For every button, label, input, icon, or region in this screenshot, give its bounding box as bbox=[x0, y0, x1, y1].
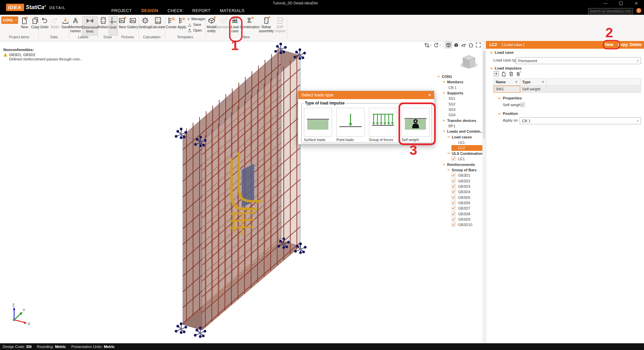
maximize-button[interactable] bbox=[613, 0, 629, 7]
menu-tab-check[interactable]: CHECK bbox=[163, 7, 187, 15]
ribbon-new-button[interactable]: New bbox=[19, 16, 30, 35]
tree-item-le1[interactable]: LE1 bbox=[433, 140, 482, 145]
properties-new-button[interactable]: New bbox=[605, 42, 613, 47]
ribbon-grid-button[interactable]: Grid bbox=[109, 16, 117, 36]
ribbon-new-button[interactable]: New bbox=[118, 16, 127, 35]
tree-item-gb3d10[interactable]: GB3D10 bbox=[433, 222, 482, 227]
impulse-duplicate-button[interactable] bbox=[501, 71, 507, 78]
impulse-name-cell[interactable]: SW1 bbox=[494, 86, 520, 93]
tree-item-transfer-devices[interactable]: Transfer devices bbox=[433, 118, 482, 123]
tree-item-gb3d7[interactable]: GB3D7 bbox=[433, 206, 482, 211]
ribbon-create-button[interactable]: Create bbox=[166, 16, 176, 35]
chevron-down-icon[interactable] bbox=[498, 97, 501, 100]
filter-icon[interactable] bbox=[541, 81, 544, 84]
tree-item-load-cases[interactable]: Load cases bbox=[433, 134, 482, 140]
tree-scrollbar-thumb[interactable] bbox=[483, 51, 485, 138]
model-viewport[interactable]: ZYX Nonconformities: GB3D1, GB3D2 Define… bbox=[0, 41, 485, 343]
table-row[interactable]: SW1Self weight bbox=[494, 86, 641, 93]
menu-tab-materials[interactable]: MATERIALS bbox=[215, 7, 250, 15]
apply-on-select[interactable]: CB 1˅ bbox=[520, 117, 641, 124]
checkbox-checked-icon[interactable] bbox=[451, 195, 456, 200]
tree-item-uls-combinations[interactable]: ULS Combinations bbox=[433, 151, 482, 156]
checkbox-checked-icon[interactable] bbox=[451, 179, 456, 183]
tree-item-reinforcements[interactable]: Reinforcements bbox=[433, 162, 482, 167]
load-case-type-select[interactable]: Permanent˅ bbox=[516, 57, 641, 64]
ribbon-rebar-assembly-button[interactable]: Rebar assembly bbox=[259, 16, 274, 35]
load-type-point-loads[interactable]: Point loads bbox=[336, 108, 365, 142]
filter-icon[interactable] bbox=[515, 81, 518, 84]
home-icon[interactable] bbox=[468, 42, 474, 48]
tree-item-con1[interactable]: CON1 bbox=[433, 74, 482, 79]
wire-cube-icon[interactable] bbox=[445, 42, 452, 48]
ribbon-rebars-button[interactable]: Rebars bbox=[98, 16, 108, 35]
clip-icon[interactable] bbox=[460, 42, 467, 48]
tree-item-gb3d3[interactable]: GB3D3 bbox=[433, 184, 482, 189]
ribbon-calculate-button[interactable]: Calculate bbox=[151, 16, 164, 35]
impulse-type-cell[interactable]: Self weight bbox=[520, 86, 547, 93]
ribbon-combination-button[interactable]: ΣCombination bbox=[241, 16, 259, 35]
tree-item-gb3d9[interactable]: GB3D9 bbox=[433, 217, 482, 222]
section-properties[interactable]: Properties bbox=[503, 96, 522, 100]
tree-item-gb3d6[interactable]: GB3D6 bbox=[433, 200, 482, 206]
ribbon-dimension-lines-button[interactable]: Dimension lines bbox=[82, 16, 98, 36]
checkbox-checked-icon[interactable] bbox=[451, 222, 456, 227]
load-type-group-of-forces[interactable]: Group of forces bbox=[369, 108, 397, 142]
chevron-down-icon[interactable] bbox=[490, 51, 493, 54]
tree-item-ss2[interactable]: SS2 bbox=[433, 101, 482, 107]
ribbon-operations-button[interactable]: Operations bbox=[218, 16, 229, 35]
rotate-icon[interactable] bbox=[433, 42, 439, 48]
tree-item-lc2[interactable]: LC2 bbox=[433, 145, 482, 150]
info-button[interactable]: i bbox=[636, 8, 641, 13]
chevron-down-icon[interactable]: ˅ bbox=[430, 44, 432, 47]
ribbon-dxf-import-button[interactable]: DXFDXF Import bbox=[274, 16, 286, 35]
tree-item-gb3d8[interactable]: GB3D8 bbox=[433, 211, 482, 217]
checkbox-checked-icon[interactable] bbox=[451, 201, 456, 205]
tree-item-bp1[interactable]: BP1 bbox=[433, 123, 482, 129]
section-load-case[interactable]: Load case bbox=[495, 50, 514, 54]
tree-item-ss4[interactable]: SS4 bbox=[433, 112, 482, 118]
load-type-surface-loads[interactable]: Surface loads bbox=[304, 108, 332, 142]
properties-delete-button[interactable]: Delete bbox=[630, 42, 642, 47]
checkbox-checked-icon[interactable] bbox=[451, 217, 456, 221]
minimize-button[interactable]: — bbox=[598, 0, 613, 7]
section-position[interactable]: Position bbox=[503, 112, 518, 116]
solid-cube-icon[interactable] bbox=[453, 42, 460, 48]
checkbox-checked-icon[interactable] bbox=[451, 184, 456, 188]
tree-item-group-of-bars[interactable]: Group of Bars bbox=[433, 167, 482, 173]
impulse-delete-button[interactable] bbox=[508, 71, 514, 78]
tree-item-ss3[interactable]: SS3 bbox=[433, 107, 482, 112]
tree-item-supports[interactable]: Supports bbox=[433, 90, 482, 96]
checkbox-checked-icon[interactable] bbox=[451, 173, 456, 177]
ribbon-save-button[interactable]: Save bbox=[187, 22, 205, 27]
tree-item-gb3d1[interactable]: GB3D1 bbox=[433, 173, 482, 178]
tree-item-loads-and-combin[interactable]: Loads and Combin... bbox=[433, 129, 482, 134]
impulse-delete-all-button[interactable] bbox=[516, 71, 522, 78]
search-input[interactable] bbox=[588, 9, 636, 13]
load-type-self-weight[interactable]: Self weight bbox=[401, 108, 430, 142]
checkbox-checked-icon[interactable] bbox=[451, 212, 456, 216]
checkbox-checked-icon[interactable] bbox=[451, 157, 456, 161]
close-icon[interactable]: ✕ bbox=[428, 93, 431, 97]
column-header-type[interactable]: Type bbox=[520, 79, 547, 86]
menu-tab-project[interactable]: PROJECT bbox=[107, 7, 137, 15]
chevron-down-icon[interactable]: ˅ bbox=[439, 44, 441, 47]
column-header-name[interactable]: Name bbox=[494, 79, 520, 86]
close-button[interactable]: ✕ bbox=[629, 0, 644, 7]
tree-item-le1[interactable]: LE1 bbox=[433, 156, 482, 162]
ribbon-apply-button[interactable]: Apply bbox=[177, 16, 187, 35]
tree-item-members[interactable]: Members bbox=[433, 79, 482, 85]
self-weight-checkbox[interactable] bbox=[520, 102, 525, 107]
impulse-add-button[interactable] bbox=[493, 71, 499, 78]
ribbon-redo-button[interactable]: Redo bbox=[50, 16, 60, 35]
chevron-down-icon[interactable] bbox=[498, 112, 501, 116]
ribbon-load-case-button[interactable]: Load case bbox=[229, 16, 240, 35]
tree-item-gb3d2[interactable]: GB3D2 bbox=[433, 178, 482, 184]
chevron-down-icon[interactable] bbox=[490, 67, 493, 70]
tree-item-cb-1[interactable]: CB 1 bbox=[433, 85, 482, 90]
crop-icon[interactable] bbox=[423, 42, 430, 48]
search-box[interactable] bbox=[588, 8, 633, 14]
menu-tab-report[interactable]: REPORT bbox=[187, 7, 215, 15]
ribbon-undo-button[interactable]: Undo bbox=[39, 16, 50, 35]
ribbon-gallery-button[interactable]: Gallery bbox=[127, 16, 138, 35]
checkbox-checked-icon[interactable] bbox=[451, 206, 456, 210]
